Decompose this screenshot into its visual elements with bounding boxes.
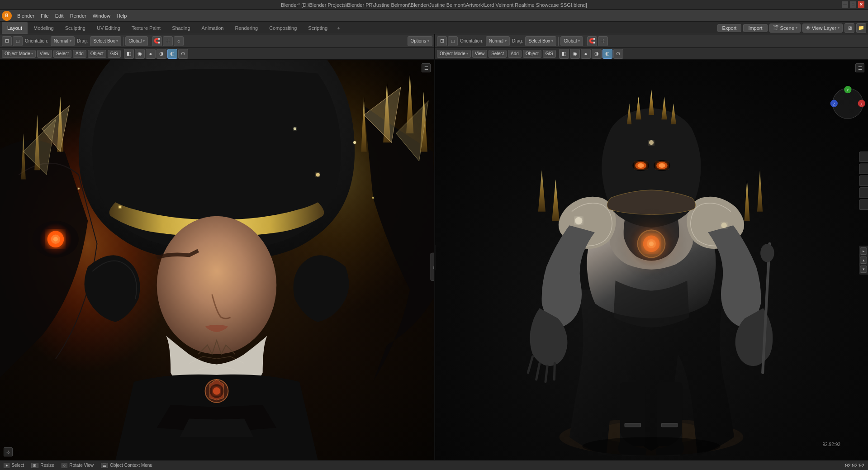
- gis-menu-left[interactable]: GIS: [108, 50, 121, 58]
- close-button[interactable]: ✕: [858, 1, 864, 8]
- status-bar: ● Select ⊞ Resize ○ Rotate View ☰ Object…: [0, 460, 868, 470]
- gis-menu-right[interactable]: GIS: [543, 50, 556, 58]
- drag-chevron-right: ▾: [551, 39, 553, 43]
- svg-rect-31: [620, 382, 645, 446]
- orientation-chevron-left: ▾: [70, 39, 71, 43]
- object-mode-button-left[interactable]: Object Mode ▾: [2, 50, 36, 58]
- status-select: ● Select: [4, 463, 24, 468]
- import-button[interactable]: Import: [743, 24, 767, 32]
- add-workspace-button[interactable]: +: [333, 22, 343, 34]
- svg-point-65: [649, 140, 654, 145]
- pivot-button-left[interactable]: ⊹: [163, 36, 173, 46]
- tab-sculpting[interactable]: Sculpting: [60, 22, 91, 34]
- object-menu-right[interactable]: Object: [523, 50, 541, 58]
- proportional-button-left[interactable]: ○: [174, 36, 184, 46]
- shading-solid-right[interactable]: ●: [581, 49, 591, 59]
- svg-rect-79: [859, 199, 868, 209]
- tab-rendering[interactable]: Rendering: [229, 22, 263, 34]
- overlay-button-right[interactable]: ◉: [570, 49, 580, 59]
- object-menu-left[interactable]: Object: [88, 50, 106, 58]
- sep2: [150, 37, 150, 46]
- overlay-button-left[interactable]: ◉: [135, 49, 145, 59]
- svg-point-58: [637, 163, 644, 168]
- left-viewport-corner-btn[interactable]: ⊹: [4, 447, 13, 456]
- drag-value-right: Select Box: [528, 38, 550, 43]
- maximize-button[interactable]: □: [850, 1, 856, 8]
- tab-texture-paint[interactable]: Texture Paint: [126, 22, 166, 34]
- left-viewport-menu-btn[interactable]: ☰: [422, 63, 431, 72]
- shading-eevee-left[interactable]: ⊙: [178, 49, 188, 59]
- tab-scripting[interactable]: Scripting: [303, 22, 333, 34]
- sep3: [558, 37, 559, 46]
- viewports: ≡ ☰ ⊹: [0, 60, 868, 460]
- window-title: Blender* [D:\Blender Projects\Blender PR…: [4, 2, 864, 8]
- status-context: ☰ Object Context Menu: [101, 463, 152, 468]
- tab-compositing[interactable]: Compositing: [264, 22, 302, 34]
- viewlayer-dropdown[interactable]: 👁 View Layer ▾: [802, 24, 843, 33]
- svg-text:Y: Y: [846, 88, 849, 92]
- shading-rendered-right[interactable]: ◐: [602, 49, 612, 59]
- transform-dropdown-left[interactable]: Global ▾: [125, 36, 148, 46]
- xray-button-left[interactable]: ◧: [124, 49, 134, 59]
- tab-shading[interactable]: Shading: [166, 22, 195, 34]
- add-menu-left[interactable]: Add: [73, 50, 86, 58]
- left-view-icon[interactable]: □: [13, 36, 23, 46]
- right-view-icon[interactable]: □: [448, 36, 458, 46]
- export-button[interactable]: Export: [717, 24, 742, 32]
- transform-dropdown-right[interactable]: Global ▾: [560, 36, 583, 46]
- transform-value-left: Global: [128, 38, 142, 43]
- scene-dropdown[interactable]: 🎬 Scene ▾: [769, 24, 801, 33]
- xray-button-right[interactable]: ◧: [559, 49, 569, 59]
- select-menu-right[interactable]: Select: [489, 50, 507, 58]
- options-button-left[interactable]: Options ▾: [408, 36, 432, 46]
- shading-solid-left[interactable]: ●: [146, 49, 156, 59]
- outliner-expand-btn[interactable]: ▴: [860, 256, 867, 264]
- orientation-dropdown-right[interactable]: Normal ▾: [486, 36, 510, 46]
- minimize-button[interactable]: —: [842, 1, 848, 8]
- menu-window[interactable]: Window: [90, 12, 113, 19]
- tab-animation[interactable]: Animation: [196, 22, 229, 34]
- object-mode-button-right[interactable]: Object Mode ▾: [437, 50, 471, 58]
- menu-help[interactable]: Help: [114, 12, 130, 19]
- properties-expand-btn[interactable]: ▸: [860, 247, 867, 255]
- right-mode-icon[interactable]: ⊞: [437, 36, 447, 46]
- drag-dropdown-right[interactable]: Select Box ▾: [525, 36, 556, 46]
- orientation-dropdown-left[interactable]: Normal ▾: [51, 36, 75, 46]
- tab-layout[interactable]: Layout: [2, 22, 28, 34]
- output-properties-button[interactable]: 📁: [856, 23, 866, 33]
- shading-material-left[interactable]: ◑: [157, 49, 166, 59]
- add-menu-right[interactable]: Add: [508, 50, 522, 58]
- left-viewport[interactable]: ≡ ☰ ⊹: [0, 60, 435, 460]
- select-label: Select: [11, 463, 24, 468]
- menu-file[interactable]: File: [38, 12, 52, 19]
- title-bar: Blender* [D:\Blender Projects\Blender PR…: [0, 0, 868, 10]
- render-engine-button[interactable]: 🖥: [844, 23, 854, 33]
- select-menu-left[interactable]: Select: [53, 50, 71, 58]
- shading-eevee-right[interactable]: ⊙: [613, 49, 623, 59]
- svg-point-12: [157, 216, 276, 354]
- view-menu-left[interactable]: View: [37, 50, 52, 58]
- right-viewport-menu-btn[interactable]: ☰: [855, 63, 864, 72]
- svg-text:Z: Z: [833, 102, 835, 106]
- snap-button-left[interactable]: 🧲: [152, 36, 162, 46]
- tab-uv-editing[interactable]: UV Editing: [91, 22, 126, 34]
- drag-dropdown-left[interactable]: Select Box ▾: [90, 36, 121, 46]
- coord-value: 92.92:92: [845, 463, 864, 468]
- pivot-button-right[interactable]: ⊹: [598, 36, 608, 46]
- sep1: [123, 37, 123, 46]
- blender-logo[interactable]: B: [2, 11, 12, 21]
- snap-button-right[interactable]: 🧲: [587, 36, 597, 46]
- shading-material-right[interactable]: ◑: [592, 49, 602, 59]
- shading-rendered-left[interactable]: ◐: [167, 49, 177, 59]
- menu-render[interactable]: Render: [67, 12, 89, 19]
- timeline-expand-btn[interactable]: ▾: [860, 266, 867, 273]
- workspace-right: Export Import 🎬 Scene ▾ 👁 View Layer ▾ 🖥…: [717, 22, 866, 34]
- left-mode-icon[interactable]: ⊞: [2, 36, 12, 46]
- right-viewport[interactable]: X Y Z 9: [435, 60, 868, 460]
- window-controls[interactable]: — □ ✕: [842, 1, 864, 8]
- tab-modeling[interactable]: Modeling: [28, 22, 59, 34]
- menu-edit[interactable]: Edit: [52, 12, 66, 19]
- menu-blender[interactable]: Blender: [14, 12, 37, 19]
- svg-point-17: [119, 205, 121, 208]
- view-menu-right[interactable]: View: [472, 50, 488, 58]
